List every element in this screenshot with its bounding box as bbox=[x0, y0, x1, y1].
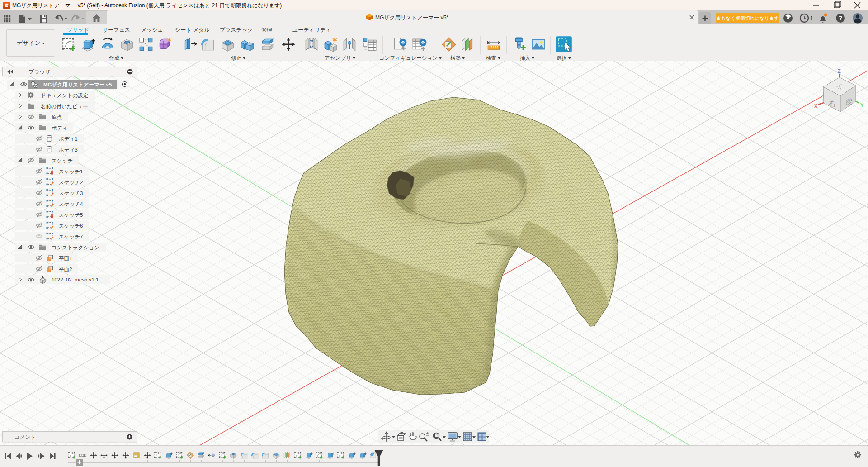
configure-design-icon[interactable] bbox=[392, 37, 407, 52]
expand-arrow-icon[interactable] bbox=[17, 114, 23, 120]
visibility-eye-icon[interactable] bbox=[35, 147, 43, 152]
tab-utilities[interactable]: ユーティリティ bbox=[292, 26, 331, 34]
configuration-table-icon[interactable] bbox=[411, 37, 427, 52]
collapse-arrow-icon[interactable] bbox=[17, 157, 23, 163]
as-built-joint-icon[interactable] bbox=[304, 37, 319, 52]
timeline-feature-move-icon[interactable] bbox=[90, 451, 98, 459]
visibility-eye-icon[interactable] bbox=[35, 168, 43, 174]
visibility-eye-icon[interactable] bbox=[27, 114, 35, 120]
zoom-icon[interactable] bbox=[420, 432, 429, 441]
expand-arrow-icon[interactable] bbox=[17, 103, 23, 109]
step-back-icon[interactable] bbox=[16, 453, 22, 459]
browser-row[interactable]: MGザク用リストアーマー v5 bbox=[0, 80, 149, 89]
notification-bell-icon[interactable] bbox=[820, 14, 827, 23]
timeline-feature-sketch-icon[interactable] bbox=[68, 451, 76, 459]
timeline-feature-move-icon[interactable] bbox=[100, 451, 108, 459]
job-status-icon[interactable] bbox=[783, 14, 793, 23]
workspace-selector[interactable]: デザイン bbox=[6, 29, 55, 57]
timeline-track[interactable] bbox=[68, 462, 379, 463]
timeline-feature-extrude-icon[interactable] bbox=[305, 451, 313, 459]
shell-icon[interactable] bbox=[220, 37, 236, 52]
group-insert[interactable]: 挿入 bbox=[520, 55, 534, 62]
timeline-feature-move-icon[interactable] bbox=[111, 451, 119, 459]
browser-row[interactable]: 原点 bbox=[0, 112, 149, 121]
visibility-eye-icon[interactable] bbox=[27, 157, 35, 163]
browser-header[interactable]: ブラウザ bbox=[2, 67, 137, 76]
browser-row[interactable]: コンストラクション bbox=[0, 243, 149, 252]
viewcube-face-right[interactable]: 右 bbox=[829, 99, 836, 108]
gear-icon[interactable] bbox=[854, 451, 862, 459]
display-settings-icon[interactable] bbox=[448, 433, 457, 441]
visibility-eye-icon[interactable] bbox=[35, 201, 43, 207]
expand-arrow-icon[interactable] bbox=[17, 277, 23, 283]
grid-caret[interactable] bbox=[472, 436, 476, 438]
timeline-feature-sketch-icon[interactable] bbox=[218, 451, 226, 459]
timeline-feature-shell-icon[interactable] bbox=[272, 451, 280, 459]
timeline-feature-sketch-icon[interactable] bbox=[315, 451, 323, 459]
look-at-icon[interactable] bbox=[398, 432, 406, 441]
go-to-end-icon[interactable] bbox=[50, 453, 56, 459]
visibility-eye-icon[interactable] bbox=[35, 212, 43, 218]
visibility-eye-icon[interactable] bbox=[27, 125, 35, 131]
timeline-position-marker[interactable] bbox=[373, 450, 384, 466]
extrude-icon[interactable] bbox=[80, 37, 95, 52]
save-icon[interactable] bbox=[40, 15, 47, 23]
orbit-caret[interactable] bbox=[392, 436, 395, 438]
hole-icon[interactable] bbox=[119, 37, 135, 52]
grid-settings-icon[interactable] bbox=[463, 433, 472, 441]
revolve-icon[interactable] bbox=[100, 37, 115, 52]
create-form-icon[interactable] bbox=[157, 37, 173, 52]
timeline-feature-split-icon[interactable] bbox=[197, 451, 205, 459]
timeline-feature-sketch-icon[interactable] bbox=[154, 451, 162, 459]
group-select[interactable]: 選択 bbox=[557, 55, 571, 62]
undo-icon[interactable] bbox=[55, 15, 67, 20]
go-to-start-icon[interactable] bbox=[5, 453, 11, 459]
comment-box[interactable]: コメント bbox=[2, 431, 137, 442]
timeline-feature-dots-icon[interactable] bbox=[79, 451, 87, 459]
group-construct[interactable]: 構築 bbox=[450, 55, 465, 62]
insert-image-icon[interactable] bbox=[531, 37, 546, 52]
browser-row[interactable]: 1022_02_mesh v1:1 bbox=[0, 275, 149, 284]
timeline-feature-hole-icon[interactable] bbox=[229, 451, 237, 459]
browser-row[interactable]: スケッチ2 bbox=[0, 177, 149, 186]
visibility-eye-icon[interactable] bbox=[20, 81, 28, 87]
visibility-eye-icon[interactable] bbox=[35, 179, 43, 185]
visibility-eye-icon[interactable] bbox=[35, 234, 43, 239]
timeline-feature-offset-icon[interactable] bbox=[208, 451, 216, 459]
timeline-feature-fillet-icon[interactable] bbox=[261, 451, 269, 459]
timeline-feature-fillet-icon[interactable] bbox=[240, 451, 248, 459]
timeline-feature-extrude-icon[interactable] bbox=[359, 451, 367, 459]
pattern-icon[interactable] bbox=[138, 37, 154, 52]
browser-row[interactable]: スケッチ bbox=[0, 156, 149, 165]
timeline-feature-gold-icon[interactable] bbox=[132, 451, 141, 459]
timeline-feature-move-icon[interactable] bbox=[143, 451, 151, 459]
document-tab[interactable]: MGザク用リストアーマー v5* bbox=[107, 10, 698, 24]
history-clock-icon[interactable] bbox=[800, 14, 808, 22]
plus-circle-icon[interactable] bbox=[127, 434, 132, 440]
fit-caret[interactable] bbox=[443, 436, 446, 438]
move-icon[interactable] bbox=[281, 37, 296, 52]
tab-plastic[interactable]: プラスチック bbox=[220, 26, 253, 34]
tab-mesh[interactable]: メッシュ bbox=[141, 26, 163, 34]
tab-manage[interactable]: 管理 bbox=[261, 26, 272, 34]
timeline-feature-cplane-icon[interactable] bbox=[186, 451, 194, 459]
file-new-icon[interactable] bbox=[19, 15, 32, 23]
browser-row[interactable]: スケッチ5 bbox=[0, 210, 149, 219]
browser-row[interactable]: スケッチ4 bbox=[0, 199, 149, 208]
offset-plane-icon[interactable] bbox=[460, 37, 476, 52]
double-arrow-left-icon[interactable] bbox=[7, 69, 14, 74]
fillet-icon[interactable] bbox=[200, 37, 216, 52]
visibility-eye-icon[interactable] bbox=[27, 277, 35, 283]
browser-row[interactable]: 名前の付いたビュー bbox=[0, 101, 149, 110]
display-caret[interactable] bbox=[458, 436, 461, 438]
visibility-eye-icon[interactable] bbox=[35, 266, 43, 272]
timeline-feature-extrude-icon[interactable] bbox=[348, 451, 356, 459]
expand-arrow-icon[interactable] bbox=[17, 92, 23, 98]
browser-row[interactable]: 平面2 bbox=[0, 264, 149, 273]
timeline-feature-fillet-icon[interactable] bbox=[251, 451, 259, 459]
group-modify[interactable]: 修正 bbox=[231, 55, 245, 62]
timeline-feature-sketch-icon[interactable] bbox=[175, 451, 184, 459]
new-component-icon[interactable] bbox=[323, 37, 339, 52]
help-icon[interactable]: ? bbox=[836, 14, 845, 23]
split-body-icon[interactable] bbox=[260, 37, 276, 52]
